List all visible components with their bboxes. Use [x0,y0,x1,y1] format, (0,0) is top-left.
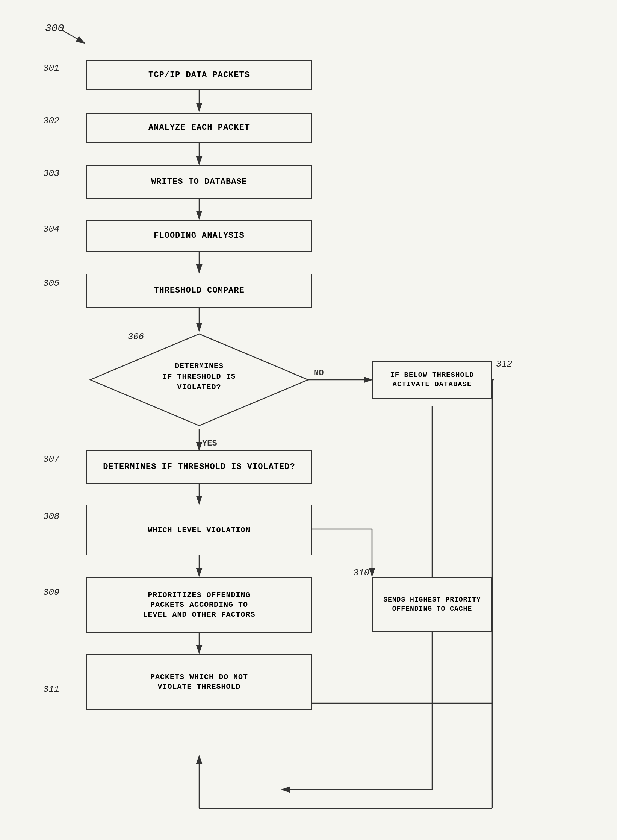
svg-text:YES: YES [202,439,217,448]
node-label-312: 312 [496,359,512,369]
node-311: PACKETS WHICH DO NOT VIOLATE THRESHOLD [86,654,312,710]
node-308: WHICH LEVEL VIOLATION [86,505,312,555]
node-307: DETERMINES IF THRESHOLD IS VIOLATED? [86,450,312,484]
node-label-305: 305 [43,278,59,288]
node-304: FLOODING ANALYSIS [86,220,312,252]
node-306: DETERMINESIF THRESHOLD ISVIOLATED? [86,331,312,429]
title-arrow [58,26,96,49]
svg-line-28 [62,30,85,43]
flowchart-diagram: NO YES [0,0,617,840]
node-309: PRIORITIZES OFFENDING PACKETS ACCORDING … [86,577,312,633]
node-label-302: 302 [43,116,59,126]
node-302: ANALYZE EACH PACKET [86,113,312,143]
node-310: SENDS HIGHEST PRIORITY OFFENDING TO CACH… [372,577,492,632]
node-303: WRITES TO DATABASE [86,165,312,199]
node-label-307: 307 [43,454,59,464]
node-label-311: 311 [43,684,59,694]
node-label-310: 310 [353,568,369,578]
node-label-304: 304 [43,224,59,234]
node-label-308: 308 [43,511,59,522]
node-305: THRESHOLD COMPARE [86,274,312,308]
node-label-309: 309 [43,587,59,597]
node-label-301: 301 [43,63,59,73]
node-label-303: 303 [43,168,59,179]
node-301: TCP/IP DATA PACKETS [86,60,312,90]
node-312: IF BELOW THRESHOLD ACTIVATE DATABASE [372,361,492,399]
svg-text:NO: NO [314,368,324,378]
